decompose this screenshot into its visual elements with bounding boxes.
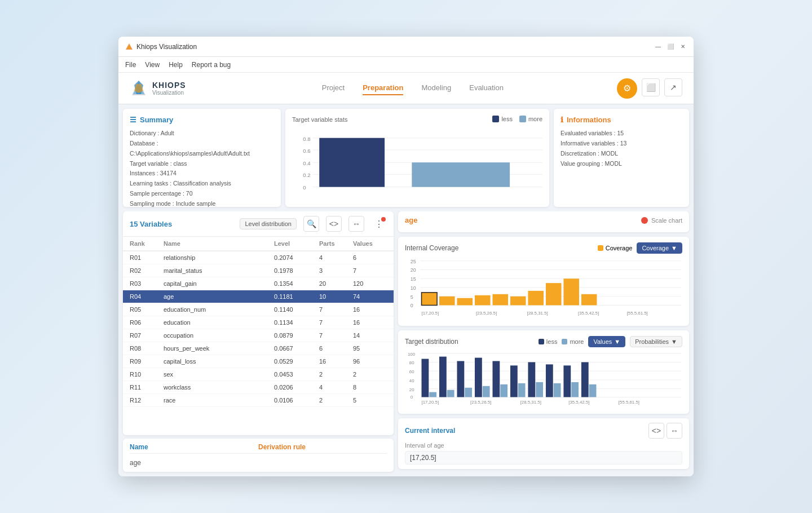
values-btn[interactable]: Values ▼: [588, 336, 625, 347]
table-row[interactable]: R09capital_loss0.05291696: [123, 355, 394, 368]
table-row[interactable]: R10sex0.045322: [123, 368, 394, 381]
svg-text:[23.5,26.5]: [23.5,26.5]: [476, 311, 497, 316]
tab-preparation[interactable]: Preparation: [363, 81, 403, 95]
expand-btn[interactable]: ↔: [348, 216, 364, 232]
table-row[interactable]: R06education0.1134716: [123, 316, 394, 329]
svg-rect-73: [563, 365, 571, 397]
interval-title: Current interval: [405, 427, 648, 435]
right-panel: age Scale chart Internal Coverage Covera…: [398, 211, 689, 472]
svg-rect-61: [457, 361, 464, 397]
svg-text:40: 40: [409, 378, 414, 383]
table-row[interactable]: R12race0.010625: [123, 394, 394, 407]
search-btn[interactable]: 🔍: [303, 216, 319, 232]
svg-text:20: 20: [409, 387, 414, 392]
table-row[interactable]: R05education_num0.1140716: [123, 303, 394, 316]
current-interval-panel: Current interval <> ↔ Interval of age [1…: [398, 418, 689, 469]
target-stats-panel: Target variable stats less more: [285, 109, 549, 207]
table-body: R01relationship0.207446R02marital_status…: [123, 251, 394, 435]
tab-project[interactable]: Project: [322, 81, 345, 95]
table-row[interactable]: R08hours_per_week0.0667695: [123, 342, 394, 355]
table-row[interactable]: R11workclass0.020648: [123, 381, 394, 394]
code-btn[interactable]: <>: [326, 216, 342, 232]
age-label: age: [405, 216, 641, 224]
variables-header: 15 Variables Level distribution 🔍 <> ↔ ⋮: [123, 211, 394, 237]
title-bar: Khiops Visualization — ⬜ ✕: [118, 37, 694, 57]
settings-button[interactable]: ⚙: [617, 78, 637, 99]
interval-value: [17,20.5]: [405, 451, 682, 465]
summary-panel: ☰ Summary Dictionary : Adult Database : …: [123, 109, 281, 207]
name-table: Name Derivation rule age: [123, 439, 394, 472]
top-panels: ☰ Summary Dictionary : Adult Database : …: [118, 104, 694, 211]
coverage-legend-item: Coverage: [598, 245, 633, 251]
svg-text:0.6: 0.6: [303, 148, 310, 154]
interval-subtitle: Interval of age: [405, 442, 682, 449]
table-row[interactable]: R03capital_gain0.135420120: [123, 277, 394, 290]
maximize-btn[interactable]: ⬜: [667, 43, 674, 51]
target-stats-title: Target variable stats: [292, 116, 492, 123]
svg-rect-59: [439, 357, 447, 397]
svg-text:60: 60: [409, 369, 414, 374]
svg-text:[17,20.5]: [17,20.5]: [422, 400, 439, 405]
svg-rect-72: [554, 383, 561, 397]
coverage-panel: Internal Coverage Coverage Coverage ▼ 25…: [398, 237, 689, 326]
tab-evaluation[interactable]: Evaluation: [469, 81, 504, 95]
interval-expand-btn[interactable]: ↔: [667, 423, 682, 439]
svg-rect-75: [581, 362, 589, 397]
name-value: age: [130, 459, 141, 467]
derivation-col-header: Derivation rule: [258, 443, 387, 451]
svg-text:5: 5: [411, 294, 413, 300]
interval-code-btn[interactable]: <>: [648, 423, 664, 439]
layout-icon[interactable]: ⬜: [642, 78, 660, 96]
svg-text:25: 25: [411, 259, 416, 264]
table-row[interactable]: R04age0.11811074: [123, 290, 394, 303]
table-row[interactable]: R07occupation0.0879714: [123, 329, 394, 342]
more-dot: [562, 339, 567, 344]
level-distribution-btn[interactable]: Level distribution: [240, 218, 297, 229]
svg-rect-63: [475, 358, 482, 397]
coverage-btn[interactable]: Coverage ▼: [637, 242, 682, 254]
app-logo-icon: [125, 43, 133, 51]
minimize-btn[interactable]: —: [654, 43, 662, 51]
nav-actions: ⚙ ⬜ ↗: [617, 78, 682, 99]
table-row[interactable]: R01relationship0.207446: [123, 251, 394, 264]
target-dist-chart: 100 80 60 40 20 0: [405, 350, 682, 406]
svg-rect-38: [563, 278, 579, 305]
svg-text:[28.5,31.5]: [28.5,31.5]: [527, 311, 548, 316]
svg-text:0: 0: [411, 395, 413, 400]
svg-text:[55.5,61.5]: [55.5,61.5]: [619, 400, 639, 405]
target-dist-title: Target distribution: [405, 338, 534, 346]
title-bar-controls: — ⬜ ✕: [654, 43, 687, 51]
svg-rect-32: [457, 298, 473, 306]
menu-file[interactable]: File: [125, 61, 136, 69]
table-row[interactable]: R02marital_status0.197837: [123, 264, 394, 277]
menu-report-bug[interactable]: Report a bug: [192, 61, 231, 69]
variables-title: 15 Variables: [130, 220, 235, 228]
menu-view[interactable]: View: [145, 61, 160, 69]
svg-text:100: 100: [408, 352, 416, 357]
informations-panel: ℹ Informations Evaluated variables : 15 …: [554, 109, 689, 207]
svg-rect-57: [422, 359, 429, 397]
summary-icon: ☰: [130, 116, 136, 124]
col-level: Level: [274, 240, 319, 247]
nav-bar: KHIOPS Visualization Project Preparation…: [118, 73, 694, 104]
svg-rect-30: [422, 293, 438, 306]
menu-help[interactable]: Help: [169, 61, 183, 69]
svg-text:20: 20: [411, 267, 416, 273]
svg-text:0.8: 0.8: [303, 136, 310, 142]
probabilities-btn[interactable]: Probabilities ▼: [630, 336, 682, 347]
left-panel: 15 Variables Level distribution 🔍 <> ↔ ⋮: [123, 211, 394, 472]
svg-rect-16: [319, 138, 385, 187]
tab-modeling[interactable]: Modeling: [421, 81, 451, 95]
coverage-chart: 25 20 15 10 5 0: [405, 256, 682, 318]
svg-rect-70: [536, 382, 543, 397]
svg-text:[35.5,42.5]: [35.5,42.5]: [578, 311, 599, 316]
scale-label: Scale chart: [651, 217, 682, 224]
export-icon[interactable]: ↗: [664, 78, 682, 96]
svg-text:[55.5,61.5]: [55.5,61.5]: [627, 311, 648, 316]
svg-text:0: 0: [303, 184, 306, 191]
menu-bar: File View Help Report a bug: [118, 57, 694, 73]
close-btn[interactable]: ✕: [679, 43, 687, 51]
col-values: Values: [353, 240, 387, 247]
logo-main: KHIOPS: [152, 81, 186, 90]
svg-rect-69: [528, 362, 535, 397]
